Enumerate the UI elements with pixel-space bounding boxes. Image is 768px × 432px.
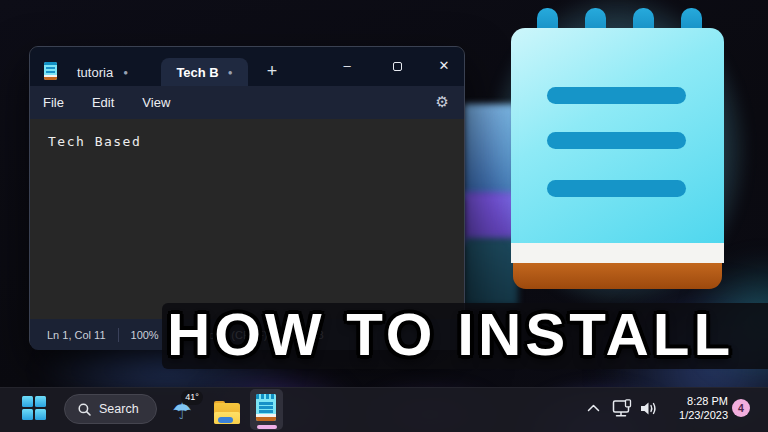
menu-bar: File Edit View	[30, 86, 464, 119]
menu-file[interactable]: File	[42, 93, 65, 112]
clock[interactable]: 8:28 PM 1/23/2023	[655, 394, 728, 422]
notepad-icon	[256, 394, 276, 421]
folder-icon	[218, 417, 233, 423]
menu-edit[interactable]: Edit	[91, 93, 115, 112]
menu-view[interactable]: View	[141, 93, 171, 112]
tab-label: tutoria	[77, 65, 113, 80]
editor-text: Tech Based	[48, 134, 141, 149]
start-button[interactable]	[22, 396, 46, 420]
desktop: tutoria ● Tech B ● + – ✕ File Edit View …	[0, 0, 768, 432]
search-box[interactable]: Search	[64, 394, 157, 424]
titlebar[interactable]: tutoria ● Tech B ● + – ✕	[30, 47, 464, 86]
headline-title: HOW TO INSTALL	[167, 302, 768, 368]
notepad-icon-orange-base	[44, 77, 57, 80]
maximize-button[interactable]	[380, 47, 414, 86]
notepad-icon-binding	[256, 394, 276, 399]
windows-logo-icon	[22, 409, 33, 420]
network-ethernet-icon[interactable]	[612, 399, 634, 418]
windows-logo-icon	[22, 396, 33, 407]
notepad-icon-line	[46, 67, 55, 69]
minimize-button[interactable]: –	[330, 47, 364, 86]
notepad-icon-line	[259, 406, 273, 409]
notepad-icon-orange-base	[256, 417, 276, 421]
windows-logo-icon	[35, 396, 46, 407]
new-tab-button[interactable]: +	[258, 58, 286, 86]
clock-time: 8:28 PM	[655, 394, 728, 408]
search-icon	[78, 403, 91, 416]
notepad-icon-line	[547, 87, 686, 104]
tray-chevron-up-icon[interactable]	[587, 404, 600, 412]
settings-gear-icon[interactable]: ⚙	[436, 86, 449, 119]
notepad-icon	[44, 62, 57, 80]
cursor-position: Ln 1, Col 11	[47, 329, 118, 341]
notepad-icon-line	[547, 132, 686, 149]
notepad-icon-orange-base	[513, 263, 722, 289]
tab-label: Tech B	[176, 65, 218, 80]
notepad-icon-line	[46, 71, 55, 73]
notification-count-badge[interactable]: 4	[732, 399, 750, 417]
notepad-icon-binding	[44, 62, 57, 65]
maximize-icon	[393, 62, 402, 71]
notepad-icon-white-strip	[511, 243, 724, 263]
clock-date: 1/23/2023	[655, 408, 728, 422]
close-button[interactable]: ✕	[427, 47, 461, 86]
notepad-icon-line	[547, 180, 686, 197]
file-explorer-button[interactable]	[214, 403, 240, 424]
notepad-taskbar-button[interactable]	[250, 389, 283, 430]
windows-logo-icon	[35, 409, 46, 420]
search-label: Search	[99, 402, 139, 416]
running-app-indicator	[257, 425, 277, 429]
notepad-icon-line	[259, 402, 273, 405]
weather-temperature-badge[interactable]: 41°	[181, 390, 203, 405]
unsaved-dot-icon: ●	[228, 68, 233, 77]
tab-tech-b[interactable]: Tech B ●	[161, 58, 248, 86]
notepad-app-icon-large	[505, 8, 731, 293]
tab-tutoria[interactable]: tutoria ●	[71, 58, 134, 86]
unsaved-dot-icon: ●	[123, 68, 128, 77]
notepad-icon-line	[259, 410, 273, 413]
text-editor-area[interactable]: Tech Based	[30, 119, 464, 319]
